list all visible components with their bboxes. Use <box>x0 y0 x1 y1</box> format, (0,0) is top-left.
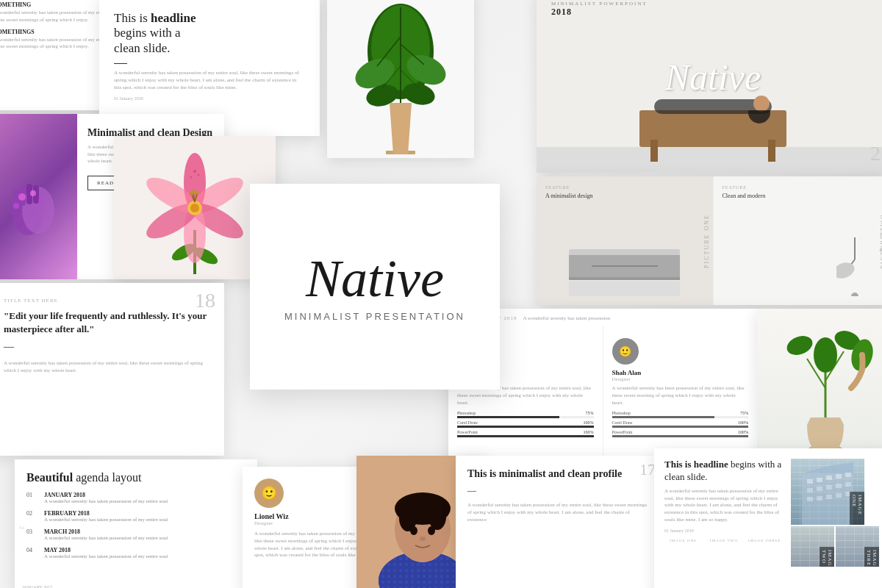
svg-rect-90 <box>817 496 822 501</box>
agenda-item-3-content: MARCH 2018 A wonderful serenity has take… <box>44 528 168 541</box>
panel-two-date: FEATURE <box>723 185 881 190</box>
agenda-item-3: 03 MARCH 2018 A wonderful serenity has t… <box>26 528 245 541</box>
person-head-silhouette <box>753 96 770 112</box>
arch-image-three: IMAGE THREE <box>836 526 879 567</box>
panel-one-date: FEATURE <box>545 185 704 190</box>
svg-point-54 <box>851 293 858 296</box>
img-label-two: IMAGE TWO <box>705 539 742 542</box>
profiles-desc: A wonderful serenity has taken possessio… <box>523 315 610 323</box>
skill-coreldraw-1-label: Corel Draw100% <box>457 420 594 425</box>
profile-shahalan-role: Designer <box>612 376 749 382</box>
agenda-item-4: 04 MAY 2018 A wonderful serenity has tak… <box>26 547 245 559</box>
skill-powerpoint-1-fill <box>457 435 594 437</box>
agenda-left-date: JANUARY 2017 <box>22 585 52 588</box>
svg-rect-84 <box>807 488 813 492</box>
person-visual: Native <box>537 44 882 173</box>
slide-card-architecture: This is headline begins with a clean sli… <box>654 448 882 588</box>
svg-rect-79 <box>807 479 813 484</box>
headline-date: 01 January 2018 <box>114 96 305 101</box>
arch-image-two: IMAGE TWO <box>791 526 834 567</box>
svg-point-76 <box>420 537 426 541</box>
agenda-title-bold: Beautiful <box>26 471 73 484</box>
svg-point-73 <box>429 503 446 530</box>
hands-icon <box>0 153 66 241</box>
agenda-side-num: 2 <box>18 526 25 529</box>
skill-coreldraw-2-label: Corel Draw100% <box>612 420 749 425</box>
skill-photoshop-2-track <box>612 416 749 418</box>
skill-coreldraw-2-fill <box>612 426 749 428</box>
svg-point-30 <box>13 203 19 209</box>
table-leg-right <box>768 140 775 162</box>
skill-photoshop-1: Photoshop75% <box>457 411 594 418</box>
avatar-shahalan: 🙂 <box>612 338 639 365</box>
svg-point-42 <box>198 173 200 176</box>
svg-point-74 <box>410 526 417 535</box>
skill-photoshop-2: Photoshop75% <box>612 411 749 418</box>
agenda-item-4-content: MAY 2018 A wonderful serenity has taken … <box>44 547 168 559</box>
skill-powerpoint-1-pct: 100% <box>584 430 594 434</box>
slide-card-clean-profile: 17 This is minimalist and clean profile … <box>456 456 662 588</box>
skill-powerpoint-2-label: PowerPoint100% <box>612 430 749 434</box>
svg-rect-80 <box>817 478 822 482</box>
skill-photoshop-1-pct: 75% <box>586 411 594 415</box>
clean-profile-dash: — <box>467 485 650 496</box>
arch-body: A wonderful serenity has taken possessio… <box>664 488 784 524</box>
feature-panel-one: FEATURE A minimalist design Picture One <box>537 176 714 305</box>
profile-shahalan-name: Shah Alan <box>612 369 749 376</box>
skill-coreldraw-2-pct: 100% <box>738 420 748 425</box>
skill-photoshop-2-fill <box>612 416 714 418</box>
svg-point-29 <box>38 198 43 203</box>
arch-content: This is headline begins with a clean sli… <box>664 459 784 567</box>
skill-powerpoint-2-pct: 100% <box>738 430 748 434</box>
svg-rect-91 <box>826 495 832 499</box>
quote-body: A wonderful serenity has taken possessio… <box>4 360 209 375</box>
skill-photoshop-2-pct: 75% <box>740 411 748 415</box>
arch-images: IMAGE ONE IMAGE TWO IMAGE THREE <box>791 459 879 567</box>
agenda-title-light: agenda layout <box>73 471 141 484</box>
svg-point-75 <box>428 526 435 535</box>
img-badge-three: IMAGE THREE <box>864 547 879 567</box>
flower-icon <box>129 142 261 274</box>
svg-rect-87 <box>836 484 842 488</box>
clean-profile-body: A wonderful serenity has taken possessio… <box>467 502 650 523</box>
agenda-item-4-date: MAY 2018 <box>44 547 168 553</box>
img-label-three: IMAGE THREE <box>746 539 784 542</box>
agenda-item-1-num: 01 <box>26 492 38 504</box>
agenda-item-3-date: MARCH 2018 <box>44 528 168 535</box>
slide-card-native-branded: MINIMALIST POWERPOINT 2018 <box>537 0 882 173</box>
avatar-lionel: 🙂 <box>254 478 284 508</box>
svg-rect-89 <box>807 497 813 501</box>
agenda-item-2-text: A wonderful serenity has taken possessio… <box>44 517 168 523</box>
slide-card-plant <box>327 0 474 158</box>
slide-card-agenda: Beautiful agenda layout 01 JANUARY 2018 … <box>15 459 257 588</box>
skill-coreldraw-1-track <box>457 426 594 428</box>
svg-point-60 <box>814 337 837 373</box>
large-plant-icon <box>342 0 459 154</box>
agenda-item-4-text: A wonderful serenity has taken possessio… <box>44 553 168 559</box>
svg-rect-86 <box>826 485 832 490</box>
agenda-item-1-content: JANUARY 2018 A wonderful serenity has ta… <box>44 492 168 504</box>
printer-visual <box>569 249 680 296</box>
right-plants-icon <box>778 329 873 462</box>
agenda-item-1: 01 JANUARY 2018 A wonderful serenity has… <box>26 492 245 504</box>
profile-shahalan-body: A wonderful serenity has been possession… <box>612 385 749 406</box>
minimalist-powerpoint-label: MINIMALIST POWERPOINT <box>551 1 648 7</box>
year-label: 2018 <box>551 7 648 18</box>
agenda-items: 01 JANUARY 2018 A wonderful serenity has… <box>26 492 245 559</box>
panel-one-content: FEATURE A minimalist design <box>537 176 713 305</box>
svg-rect-81 <box>826 476 832 480</box>
skill-powerpoint-1-label: PowerPoint100% <box>457 430 594 434</box>
quote-label: TITLE TEXT HERE <box>4 298 209 304</box>
skill-coreldraw-2-track <box>612 426 749 428</box>
arch-title: This is headline begins with a clean sli… <box>664 459 784 484</box>
design-card-left <box>0 114 77 279</box>
headline-body: A wonderful serenity has taken possessio… <box>114 70 305 91</box>
hands-purple-visual <box>0 114 77 279</box>
svg-point-40 <box>193 170 196 173</box>
skill-powerpoint-1: PowerPoint100% <box>457 430 594 437</box>
skill-powerpoint-2-fill <box>612 435 749 437</box>
skill-coreldraw-1-pct: 100% <box>584 420 594 425</box>
img-badge-one: IMAGE ONE <box>850 492 864 525</box>
svg-marker-78 <box>802 462 853 473</box>
skill-photoshop-1-label: Photoshop75% <box>457 411 594 415</box>
